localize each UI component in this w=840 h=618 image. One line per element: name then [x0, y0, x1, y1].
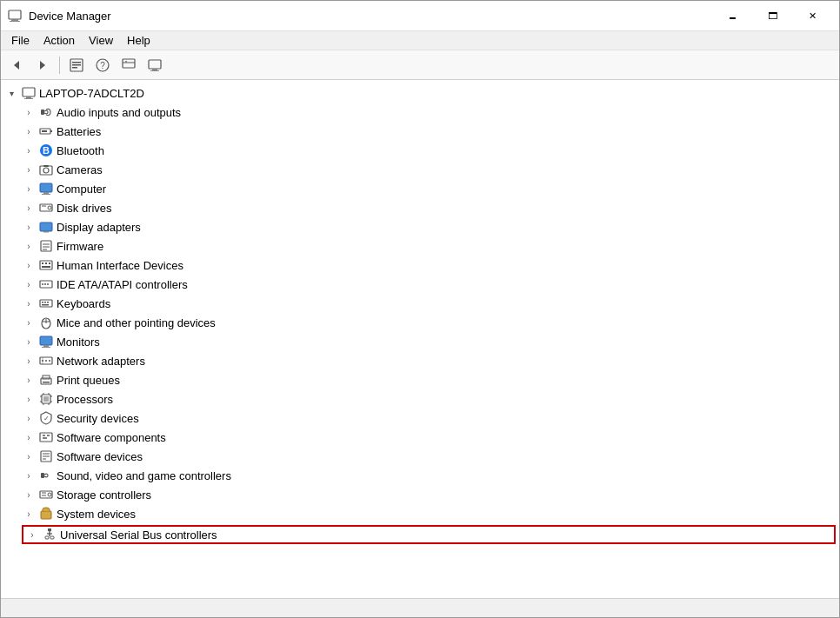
tree-expander[interactable]: › — [22, 488, 36, 502]
tree-item-row[interactable]: ›Cameras — [18, 160, 839, 179]
menu-view[interactable]: View — [82, 32, 120, 49]
tree-item-row[interactable]: ›Display adapters — [18, 217, 839, 236]
tree-expander[interactable]: › — [22, 449, 36, 463]
tree-item-row[interactable]: ›Monitors — [18, 332, 839, 351]
tree-item-row[interactable]: ›Universal Serial Bus controllers — [22, 525, 836, 544]
close-button[interactable]: ✕ — [792, 1, 832, 31]
tree-item[interactable]: ›Display adapters — [18, 217, 839, 236]
tree-item-row[interactable]: ›Audio inputs and outputs — [18, 103, 839, 122]
device-category-icon — [39, 220, 53, 234]
tree-expander[interactable]: › — [22, 430, 36, 444]
tree-item[interactable]: ›Audio inputs and outputs — [18, 103, 839, 122]
tree-expander[interactable]: › — [22, 468, 36, 482]
tree-expander[interactable]: › — [22, 373, 36, 387]
device-category-label: Processors — [57, 393, 113, 406]
menu-action[interactable]: Action — [37, 32, 82, 49]
tree-expander[interactable]: › — [22, 163, 36, 176]
tree-item[interactable]: ›IDE ATA/ATAPI controllers — [18, 275, 839, 294]
tree-item[interactable]: ›Universal Serial Bus controllers — [18, 525, 839, 544]
tree-item[interactable]: ›Human Interface Devices — [18, 256, 839, 275]
device-category-label: Firmware — [57, 240, 103, 253]
tree-expander[interactable]: › — [22, 258, 36, 272]
tree-item-row[interactable]: ›Computer — [18, 179, 839, 198]
tree-expander[interactable]: › — [22, 392, 36, 406]
tree-item[interactable]: ›Software components — [18, 428, 839, 447]
properties-button[interactable] — [64, 54, 89, 76]
svg-rect-30 — [43, 192, 49, 194]
tree-item[interactable]: ›Monitors — [18, 332, 839, 351]
tree-item[interactable]: ›Batteries — [18, 122, 839, 141]
tree-item-row[interactable]: ›Keyboards — [18, 294, 839, 313]
tree-expander[interactable]: › — [22, 335, 36, 349]
tree-item[interactable]: ›Print queues — [18, 370, 839, 389]
tree-item[interactable]: ›System devices — [18, 504, 839, 523]
tree-root-item[interactable]: ▾ LAPTOP-7ADCLT2D ›Audio inputs and outp… — [1, 83, 839, 544]
svg-rect-7 — [72, 64, 81, 66]
tree-expander[interactable]: › — [22, 411, 36, 425]
tree-item[interactable]: ›Mice and other pointing devices — [18, 313, 839, 332]
tree-item[interactable]: ›Cameras — [18, 160, 839, 179]
tree-item[interactable]: ›Keyboards — [18, 294, 839, 313]
tree-item-row[interactable]: ›Software devices — [18, 447, 839, 466]
help-button[interactable]: ? — [90, 54, 115, 76]
tree-item[interactable]: ›Software devices — [18, 447, 839, 466]
toolbar: ? — [1, 50, 839, 80]
forward-button[interactable] — [30, 54, 55, 76]
tree-expander[interactable]: › — [22, 220, 36, 234]
back-button[interactable] — [4, 54, 29, 76]
svg-rect-15 — [152, 69, 157, 70]
maximize-button[interactable]: 🗖 — [752, 1, 792, 31]
tree-expander[interactable]: › — [22, 354, 36, 368]
menu-file[interactable]: File — [4, 32, 37, 49]
tree-item-row[interactable]: ›Human Interface Devices — [18, 256, 839, 275]
tree-expander[interactable]: › — [22, 105, 36, 119]
tree-item-row[interactable]: ›Sound, video and game controllers — [18, 466, 839, 485]
tree-item-row[interactable]: ›Storage controllers — [18, 485, 839, 504]
tree-item-row[interactable]: ›Print queues — [18, 370, 839, 389]
device-category-label: Print queues — [57, 374, 120, 387]
tree-item-row[interactable]: ›Network adapters — [18, 351, 839, 370]
tree-expander[interactable]: › — [25, 528, 39, 542]
tree-item[interactable]: ›Firmware — [18, 236, 839, 256]
tree-item[interactable]: ›Network adapters — [18, 351, 839, 370]
tree-item[interactable]: ›Computer — [18, 179, 839, 198]
tree-expander[interactable]: › — [22, 296, 36, 310]
minimize-button[interactable]: 🗕 — [712, 1, 752, 31]
display-button[interactable] — [143, 54, 167, 76]
svg-rect-8 — [72, 67, 77, 69]
svg-rect-14 — [149, 60, 161, 69]
tree-item[interactable]: ›BBluetooth — [18, 141, 839, 160]
tree-item-row[interactable]: ›✓Security devices — [18, 409, 839, 428]
tree-item[interactable]: ›Processors — [18, 389, 839, 409]
device-category-icon — [39, 296, 53, 310]
tree-item[interactable]: ›✓Security devices — [18, 409, 839, 428]
tree-expander[interactable]: › — [22, 201, 36, 215]
tree-expander[interactable]: › — [22, 143, 36, 157]
tree-expander[interactable]: › — [22, 316, 36, 329]
svg-rect-18 — [26, 96, 31, 98]
tree-expander[interactable]: › — [22, 239, 36, 253]
tree-item[interactable]: ›Storage controllers — [18, 485, 839, 504]
root-expander[interactable]: ▾ — [4, 86, 18, 100]
device-category-icon — [39, 105, 53, 119]
tree-item[interactable]: ›Sound, video and game controllers — [18, 466, 839, 485]
svg-rect-6 — [72, 62, 81, 63]
tree-item-row[interactable]: ›Disk drives — [18, 198, 839, 217]
tree-item[interactable]: ›Disk drives — [18, 198, 839, 217]
tree-item-row[interactable]: ›Firmware — [18, 236, 839, 256]
tree-item-row[interactable]: ›Software components — [18, 428, 839, 447]
tree-expander[interactable]: › — [22, 277, 36, 291]
tree-item-row[interactable]: ›Mice and other pointing devices — [18, 313, 839, 332]
tree-item-row[interactable]: ›BBluetooth — [18, 141, 839, 160]
tree-expander[interactable]: › — [22, 182, 36, 196]
tree-item-row[interactable]: ›Batteries — [18, 122, 839, 141]
content-area[interactable]: ▾ LAPTOP-7ADCLT2D ›Audio inputs and outp… — [1, 80, 839, 598]
menu-help[interactable]: Help — [120, 32, 157, 49]
tree-expander[interactable]: › — [22, 507, 36, 521]
tree-expander[interactable]: › — [22, 124, 36, 138]
tree-item-row[interactable]: ›IDE ATA/ATAPI controllers — [18, 275, 839, 294]
update-button[interactable] — [117, 54, 141, 76]
tree-item-row[interactable]: ›System devices — [18, 504, 839, 523]
svg-rect-19 — [24, 98, 33, 99]
tree-item-row[interactable]: ›Processors — [18, 389, 839, 409]
